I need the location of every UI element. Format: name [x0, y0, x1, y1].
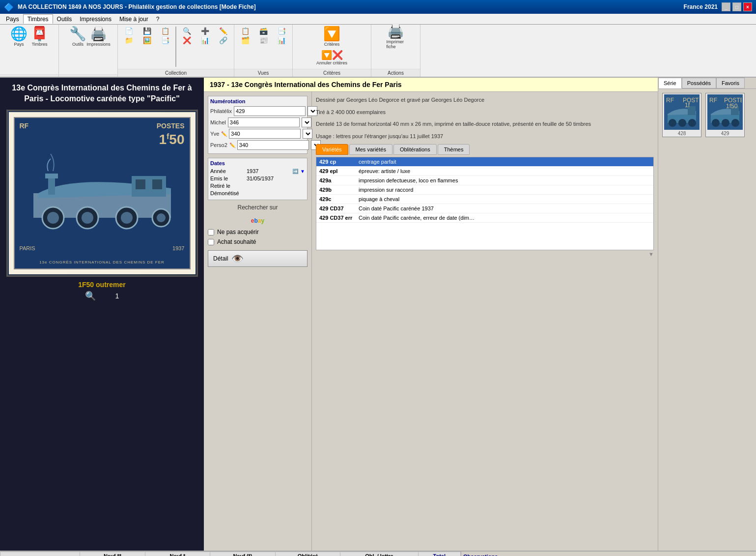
toolbar-criteres-label: Critères [293, 69, 371, 77]
tb-col-6[interactable]: 📑 [156, 36, 174, 45]
tb-annuler-criteres-label: Annuler critères [316, 60, 347, 65]
col-neuf2: Neuf ** [80, 552, 145, 556]
tb-col-11[interactable]: 📊 [196, 36, 214, 45]
main-content: 13e Congrès International des Chemins de… [0, 78, 756, 551]
variety-row-6[interactable]: 429 CD37 err Coin daté Pacific carénée, … [316, 213, 653, 223]
stamp-image-content: RF POSTES 1f50 [9, 112, 196, 274]
svg-point-25 [712, 119, 720, 127]
checkbox-achat[interactable] [208, 239, 214, 245]
checkbox-nepas[interactable] [208, 229, 214, 235]
variety-row-2[interactable]: 429a impression defectueuse, loco en fla… [316, 176, 653, 185]
scroll-indicator[interactable]: ▼ [316, 251, 654, 257]
stamp-inner: RF POSTES 1f50 [14, 117, 191, 269]
thumb-tab-possedes[interactable]: Possédés [682, 78, 716, 88]
desc-text1: Dessiné par Georges Léo Degorce et gravé… [316, 96, 654, 104]
tb-criteres-button[interactable]: 🔽 Critères [312, 27, 352, 45]
tb-vue-5[interactable]: 📰 [254, 36, 272, 45]
tab-themes[interactable]: Thèmes [438, 144, 470, 155]
annee-expand[interactable]: ▼ [300, 169, 305, 174]
menu-maj[interactable]: Mise à jour [115, 15, 152, 24]
tb-col-10[interactable]: ❌ [178, 36, 196, 45]
tb-vue-6[interactable]: 📊 [273, 36, 290, 45]
thumb-loco-icon-429: RF POSTES 1f50 [708, 95, 742, 129]
menu-impressions[interactable]: Impressions [76, 15, 115, 24]
philatelix-input[interactable] [234, 106, 306, 116]
dates-annee-row: Année 1937 ➡️ ▼ [210, 168, 305, 174]
numerotation-group: Numérotation Philatélix ▼ Michel ▼ [208, 96, 308, 154]
tab-mes-varietes[interactable]: Mes variétés [349, 144, 392, 155]
variety-row-3[interactable]: 429b impression sur raccord [316, 185, 653, 195]
tb-vue-3[interactable]: 📑 [273, 27, 290, 35]
tb-outils-button[interactable]: 🔧 Outils [68, 27, 88, 45]
annee-value: 1937 [247, 168, 290, 174]
variety-row-0[interactable]: 429 cp centrage parfait [316, 157, 653, 167]
tb-pays-label: Pays [14, 42, 24, 47]
toolbar: 🌐 Pays 📮 Timbres 🔧 Outils 🖨️ Impress [0, 25, 756, 78]
thumb-428[interactable]: RF POSTES 1f 428 [662, 93, 701, 137]
variety-row-5[interactable]: 429 CD37 Coin daté Pacific carénée 1937 [316, 204, 653, 213]
perso2-input[interactable] [237, 140, 309, 150]
tab-obliterations[interactable]: Oblitérations [393, 144, 437, 155]
detail-right: Dessiné par Georges Léo Degorce et gravé… [312, 92, 658, 551]
thumb-429[interactable]: RF POSTES 1f50 429 [705, 93, 745, 137]
zoom-button[interactable]: 🔍 [85, 291, 96, 301]
tb-col-9[interactable]: ✏️ [214, 27, 232, 35]
tb-timbres-button[interactable]: 📮 Timbres [30, 27, 50, 45]
yve-edit-icon[interactable]: ✏️ [221, 131, 227, 137]
yve-select[interactable]: ▼ [303, 129, 312, 139]
thumb-number-428: 428 [678, 131, 686, 136]
tb-vue-1[interactable]: 📋 [236, 27, 254, 35]
thumb-tab-serie[interactable]: Série [658, 78, 682, 88]
michel-select[interactable]: ▼ [302, 117, 311, 127]
variety-row-4[interactable]: 429c piquage à cheval [316, 195, 653, 204]
variety-code-5: 429 CD37 [319, 205, 359, 211]
tb-pays-button[interactable]: 🌐 Pays [9, 27, 29, 45]
minimize-button[interactable]: _ [722, 2, 730, 11]
toolbar-collection-label: Collection [118, 69, 234, 77]
variety-row-1[interactable]: 429 epl épreuve: artiste / luxe [316, 167, 653, 176]
menu-help[interactable]: ? [152, 15, 164, 24]
menu-outils[interactable]: Outils [53, 15, 76, 24]
tb-vue-2[interactable]: 🗃️ [254, 27, 272, 35]
thumb-inner-428: RF POSTES 1f [664, 94, 700, 130]
michel-input[interactable] [228, 117, 300, 127]
stamp-postes: POSTES [157, 122, 185, 130]
numerotation-michel-row: Michel ▼ [210, 117, 305, 127]
tb-col-1[interactable]: 📄 [120, 27, 138, 35]
tb-timbres-label: Timbres [31, 42, 47, 47]
svg-point-8 [157, 213, 166, 222]
toolbar-section-blank1 [0, 74, 58, 77]
tb-vue-4[interactable]: 🗂️ [236, 36, 254, 45]
ebay-b: b [254, 217, 257, 224]
tb-impressions-button[interactable]: 🖨️ Impressions [89, 27, 109, 45]
tb-col-12[interactable]: 🔗 [214, 36, 232, 45]
menu-timbres[interactable]: Timbres [23, 14, 53, 24]
close-button[interactable]: × [743, 2, 752, 11]
yve-input[interactable] [229, 129, 301, 139]
variety-desc-4: piquage à cheval [359, 196, 650, 202]
ebay-logo[interactable]: ebay [208, 213, 308, 226]
thumb-tab-favoris[interactable]: Favoris [716, 78, 745, 88]
variety-desc-2: impression defectueuse, loco en flammes [359, 177, 650, 183]
tb-imprimer-button[interactable]: 🖨️ Imprimer fiche [386, 27, 406, 45]
tab-varietes[interactable]: Variétés [316, 144, 348, 155]
menu-pays[interactable]: Pays [2, 15, 23, 24]
tb-col-4[interactable]: 📁 [120, 36, 138, 45]
tb-col-8[interactable]: ➕ [196, 27, 214, 35]
tb-col-7[interactable]: 🔍 [178, 27, 196, 35]
numerotation-perso2-row: Perso2 ✏️ ▼ [210, 140, 305, 150]
perso2-edit-icon[interactable]: ✏️ [229, 143, 235, 148]
tb-col-2[interactable]: 💾 [138, 27, 156, 35]
tb-imprimer-label: Imprimer fiche [387, 39, 405, 49]
annee-arrow[interactable]: ➡️ [292, 169, 298, 174]
maximize-button[interactable]: □ [732, 2, 741, 11]
tb-col-5[interactable]: 🖼️ [138, 36, 156, 45]
tb-col-3[interactable]: 📋 [156, 27, 174, 35]
stamp-controls: 🔍 1 [85, 291, 119, 301]
variety-desc-6: Coin daté Pacific carénée, erreur de dat… [359, 215, 650, 221]
checkbox-nepas-label: Ne pas acquérir [217, 229, 259, 235]
detail-button[interactable]: Détail 👁️ [208, 250, 308, 267]
tb-annuler-criteres-button[interactable]: 🔽❌ Annuler critères [312, 48, 352, 67]
svg-text:1f50: 1f50 [726, 103, 738, 110]
dates-emisle-row: Emis le 31/05/1937 [210, 176, 305, 181]
